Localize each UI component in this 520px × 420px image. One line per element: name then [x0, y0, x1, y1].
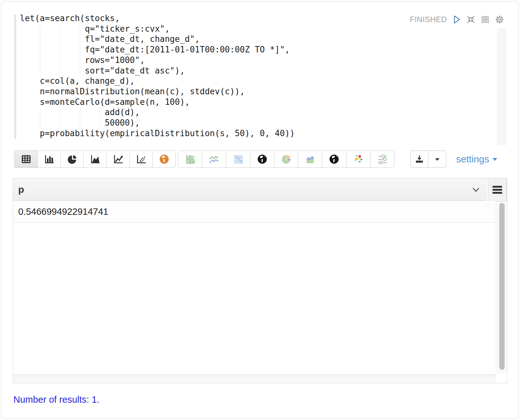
viz-button-pie-chart-color[interactable] — [274, 151, 298, 167]
column-header-label: p — [18, 184, 24, 195]
viz-button-globe-2[interactable] — [322, 151, 346, 167]
viz-button-multi-line-chart[interactable] — [202, 151, 226, 167]
book-icon[interactable] — [480, 15, 490, 24]
paragraph-status-bar: FINISHED — [410, 14, 504, 25]
settings-label: settings — [456, 154, 489, 165]
viz-toolbar-group-2 — [178, 151, 394, 168]
table-menu-button[interactable] — [488, 178, 507, 202]
table-vertical-scrollbar[interactable] — [496, 202, 507, 374]
viz-button-scatter-chart[interactable] — [130, 151, 153, 167]
results-count: Number of results: 1. — [13, 394, 99, 405]
viz-button-bubble-matrix[interactable] — [178, 151, 202, 167]
download-icon — [415, 154, 424, 164]
viz-button-bar-chart[interactable] — [38, 151, 61, 167]
play-icon[interactable] — [452, 15, 461, 24]
caret-down-icon — [492, 157, 498, 161]
caret-down-icon — [433, 155, 441, 163]
download-split-button — [410, 151, 446, 168]
column-header-p[interactable]: p — [13, 178, 486, 201]
viz-button-area-chart-color[interactable] — [298, 151, 322, 167]
scrollbar-thumb[interactable] — [499, 203, 505, 370]
viz-button-range-sliders[interactable] — [371, 151, 394, 167]
compress-icon[interactable] — [466, 15, 476, 24]
editor-gutter — [14, 14, 16, 139]
viz-toolbar-group-1 — [14, 151, 176, 168]
status-badge: FINISHED — [410, 15, 447, 24]
viz-button-line-chart[interactable] — [107, 151, 130, 167]
settings-toggle[interactable]: settings — [456, 151, 498, 168]
viz-button-pie-chart[interactable] — [61, 151, 84, 167]
hamburger-icon — [493, 186, 502, 194]
viz-button-area-chart[interactable] — [84, 151, 107, 167]
download-button[interactable] — [411, 151, 428, 167]
download-options-button[interactable] — [428, 151, 446, 167]
viz-button-table[interactable] — [15, 151, 38, 167]
gear-icon[interactable] — [495, 15, 504, 24]
table-cell-value: 0.5466994922914741 — [13, 201, 496, 223]
viz-button-world-map[interactable] — [153, 151, 175, 167]
result-table: p 0.5466994922914741 — [13, 178, 507, 383]
chevron-down-icon[interactable] — [472, 187, 479, 192]
viz-button-globe-1[interactable] — [250, 151, 274, 167]
viz-button-scatter-color[interactable] — [347, 151, 371, 167]
code-text[interactable]: let(a=search(stocks, q="ticker_s:cvx", f… — [20, 13, 295, 138]
editor-scrollbar[interactable] — [497, 28, 507, 145]
viz-button-heatmap[interactable] — [226, 151, 250, 167]
table-horizontal-scrollbar[interactable] — [13, 374, 496, 383]
